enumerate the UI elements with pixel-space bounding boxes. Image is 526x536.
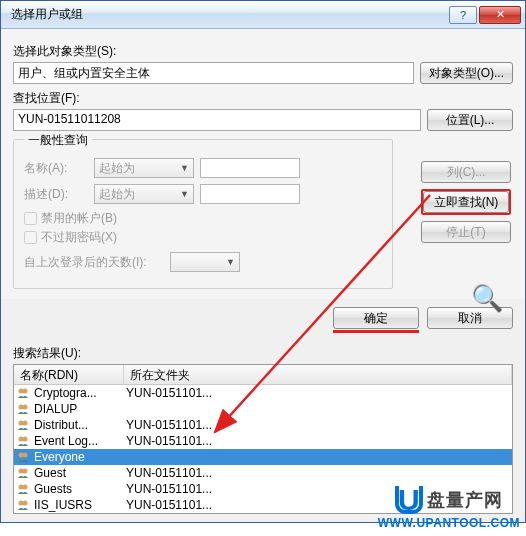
- name-label: 名称(A):: [24, 160, 88, 177]
- locations-button[interactable]: 位置(L)...: [427, 109, 513, 131]
- watermark-url: WWW.UPANTOOL.COM: [378, 516, 520, 530]
- list-item[interactable]: Event Log...YUN-0151101...: [14, 433, 512, 449]
- chevron-down-icon: ▼: [180, 163, 189, 173]
- header-name[interactable]: 名称(RDN): [14, 365, 124, 384]
- object-type-field[interactable]: 用户、组或内置安全主体: [13, 62, 414, 84]
- window-title: 选择用户或组: [5, 6, 449, 23]
- svg-point-13: [23, 485, 28, 490]
- non-expiring-checkbox[interactable]: 不过期密码(X): [24, 229, 382, 246]
- group-icon: [16, 402, 32, 416]
- days-label: 自上次登录后的天数(I):: [24, 254, 164, 271]
- common-queries-group: 一般性查询 名称(A): 起始为▼ 描述(D): 起始为▼ 禁用的帐户(B) 不…: [13, 139, 393, 289]
- svg-point-15: [23, 501, 28, 506]
- svg-point-3: [23, 405, 28, 410]
- list-item[interactable]: DIALUP: [14, 401, 512, 417]
- svg-point-7: [23, 437, 28, 442]
- desc-input[interactable]: [200, 184, 300, 204]
- group-icon: [16, 418, 32, 432]
- group-icon: [16, 434, 32, 448]
- results-label: 搜索结果(U):: [13, 345, 513, 362]
- svg-point-9: [23, 453, 28, 458]
- name-combo[interactable]: 起始为▼: [94, 158, 194, 178]
- titlebar: 选择用户或组 ? ✕: [1, 1, 525, 29]
- group-icon: [16, 498, 32, 512]
- find-now-button[interactable]: 立即查找(N): [423, 191, 509, 213]
- list-item[interactable]: Distribut...YUN-0151101...: [14, 417, 512, 433]
- watermark-brand: 盘量产网: [427, 488, 503, 512]
- group-icon: [16, 386, 32, 400]
- svg-point-11: [23, 469, 28, 474]
- desc-label: 描述(D):: [24, 186, 88, 203]
- ok-button[interactable]: 确定: [333, 307, 419, 329]
- group-icon: [16, 482, 32, 496]
- magnifier-icon: 🔍: [471, 283, 503, 314]
- group-icon: [16, 450, 32, 464]
- list-item[interactable]: Everyone: [14, 449, 512, 465]
- desc-combo[interactable]: 起始为▼: [94, 184, 194, 204]
- close-button[interactable]: ✕: [479, 6, 521, 24]
- disabled-accounts-checkbox[interactable]: 禁用的帐户(B): [24, 210, 382, 227]
- svg-point-1: [23, 389, 28, 394]
- location-field[interactable]: YUN-01511011208: [13, 109, 421, 131]
- list-item[interactable]: GuestYUN-0151101...: [14, 465, 512, 481]
- list-item[interactable]: Cryptogra...YUN-0151101...: [14, 385, 512, 401]
- chevron-down-icon: ▼: [180, 189, 189, 199]
- chevron-down-icon: ▼: [226, 257, 235, 267]
- location-label: 查找位置(F):: [13, 90, 513, 107]
- header-folder[interactable]: 所在文件夹: [124, 365, 512, 384]
- name-input[interactable]: [200, 158, 300, 178]
- days-combo[interactable]: ▼: [170, 252, 240, 272]
- logo-icon: U: [395, 486, 423, 514]
- columns-button: 列(C)...: [421, 161, 511, 183]
- object-type-label: 选择此对象类型(S):: [13, 43, 513, 60]
- group-title: 一般性查询: [24, 132, 92, 149]
- group-icon: [16, 466, 32, 480]
- stop-button: 停止(T): [421, 221, 511, 243]
- watermark: U 盘量产网 WWW.UPANTOOL.COM: [378, 486, 520, 530]
- object-types-button[interactable]: 对象类型(O)...: [420, 62, 513, 84]
- svg-point-5: [23, 421, 28, 426]
- help-button[interactable]: ?: [449, 6, 477, 24]
